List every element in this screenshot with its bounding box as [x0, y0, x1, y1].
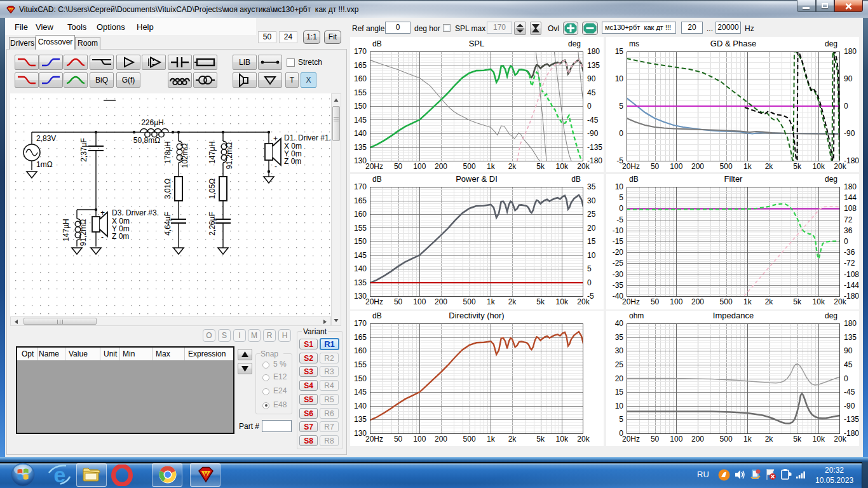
svg-text:160: 160 — [354, 346, 367, 355]
svg-text:50: 50 — [394, 162, 403, 171]
svg-text:102mΩ: 102mΩ — [180, 143, 189, 168]
svg-text:SPL: SPL — [469, 39, 485, 48]
svg-text:91,2mΩ: 91,2mΩ — [225, 142, 234, 169]
svg-text:-36: -36 — [844, 248, 855, 257]
svg-text:178µH: 178µH — [163, 141, 172, 164]
svg-text:10: 10 — [615, 182, 624, 191]
svg-text:1k: 1k — [743, 162, 752, 171]
svg-text:135: 135 — [354, 278, 367, 287]
svg-text:155: 155 — [354, 88, 367, 97]
svg-text:20Hz: 20Hz — [365, 162, 383, 171]
svg-text:200: 200 — [691, 435, 704, 444]
svg-text:50: 50 — [394, 435, 403, 444]
svg-text:20k: 20k — [577, 162, 590, 171]
svg-text:135: 135 — [844, 333, 857, 342]
svg-text:5k: 5k — [536, 162, 545, 171]
svg-text:50: 50 — [651, 435, 660, 444]
svg-text:Directivity (hor): Directivity (hor) — [449, 311, 504, 320]
svg-text:100: 100 — [413, 162, 426, 171]
svg-text:500: 500 — [720, 297, 733, 306]
svg-text:20: 20 — [615, 374, 624, 383]
svg-text:147µH: 147µH — [62, 219, 71, 241]
svg-text:200: 200 — [435, 435, 447, 444]
svg-text:Impedance: Impedance — [713, 311, 754, 320]
svg-text:5k: 5k — [536, 297, 545, 306]
svg-text:5k: 5k — [793, 162, 802, 171]
svg-text:5: 5 — [619, 193, 623, 202]
svg-text:30: 30 — [587, 196, 596, 205]
svg-text:-72: -72 — [844, 259, 855, 268]
svg-text:155: 155 — [354, 360, 367, 369]
svg-text:5: 5 — [619, 415, 623, 424]
svg-text:144: 144 — [844, 193, 857, 202]
svg-text:2k: 2k — [765, 435, 774, 444]
svg-text:dB: dB — [571, 175, 581, 184]
svg-text:-30: -30 — [613, 270, 624, 279]
svg-text:2k: 2k — [508, 297, 517, 306]
svg-text:10: 10 — [615, 74, 624, 83]
svg-text:20k: 20k — [577, 297, 590, 306]
svg-text:20k: 20k — [834, 297, 846, 306]
svg-text:1k: 1k — [487, 297, 496, 306]
svg-text:165: 165 — [354, 61, 367, 70]
svg-text:25: 25 — [615, 360, 624, 369]
svg-text:2k: 2k — [765, 297, 774, 306]
svg-text:5k: 5k — [793, 435, 802, 444]
svg-text:-20: -20 — [613, 248, 624, 257]
svg-text:500: 500 — [463, 435, 476, 444]
svg-text:147µH: 147µH — [208, 141, 217, 164]
svg-text:-15: -15 — [613, 237, 624, 246]
svg-text:dB: dB — [372, 175, 382, 184]
svg-text:-90: -90 — [587, 129, 599, 138]
svg-text:-10: -10 — [613, 226, 624, 235]
svg-text:dB: dB — [372, 39, 382, 48]
svg-text:1k: 1k — [487, 162, 496, 171]
svg-text:-45: -45 — [587, 116, 599, 125]
svg-text:ms: ms — [629, 39, 639, 48]
svg-text:140: 140 — [354, 129, 367, 138]
svg-text:180: 180 — [587, 47, 600, 56]
svg-text:200: 200 — [691, 162, 704, 171]
svg-text:90: 90 — [587, 74, 596, 83]
svg-text:10k: 10k — [813, 162, 825, 171]
svg-text:35: 35 — [587, 182, 596, 191]
svg-text:108: 108 — [844, 204, 857, 213]
svg-text:50: 50 — [394, 297, 403, 306]
svg-text:200: 200 — [691, 297, 704, 306]
svg-text:100: 100 — [413, 297, 426, 306]
svg-text:145: 145 — [354, 388, 367, 396]
svg-text:+: + — [100, 208, 105, 217]
svg-text:100: 100 — [413, 435, 426, 444]
svg-text:200: 200 — [435, 162, 447, 171]
svg-text:D1. Driver #1.: D1. Driver #1. — [284, 133, 331, 142]
svg-text:20k: 20k — [577, 435, 590, 444]
svg-text:20Hz: 20Hz — [622, 162, 640, 171]
svg-text:1k: 1k — [487, 435, 496, 444]
svg-text:145: 145 — [354, 251, 367, 260]
svg-text:135: 135 — [354, 415, 367, 424]
svg-text:160: 160 — [354, 210, 367, 219]
svg-text:180: 180 — [844, 319, 857, 328]
svg-text:2k: 2k — [508, 162, 517, 171]
svg-text:-: - — [101, 233, 104, 241]
svg-text:5k: 5k — [793, 297, 802, 306]
svg-text:91,2mΩ: 91,2mΩ — [79, 219, 88, 246]
svg-text:2,37µF: 2,37µF — [79, 138, 88, 162]
svg-text:3,01Ω: 3,01Ω — [163, 179, 172, 199]
svg-text:50: 50 — [651, 162, 660, 171]
svg-text:170: 170 — [354, 47, 367, 56]
svg-text:2k: 2k — [508, 435, 517, 444]
svg-text:50: 50 — [651, 297, 660, 306]
svg-text:35: 35 — [615, 333, 624, 342]
svg-text:500: 500 — [720, 435, 733, 444]
svg-text:72: 72 — [844, 215, 853, 224]
svg-text:20Hz: 20Hz — [622, 297, 640, 306]
svg-text:0: 0 — [587, 278, 592, 287]
svg-text:40: 40 — [615, 319, 624, 328]
svg-text:-90: -90 — [844, 402, 855, 410]
svg-text:15: 15 — [615, 388, 624, 396]
svg-text:-108: -108 — [844, 270, 859, 279]
svg-text:2,83V: 2,83V — [36, 134, 56, 143]
svg-text:10: 10 — [587, 251, 596, 260]
svg-text:45: 45 — [587, 88, 596, 97]
